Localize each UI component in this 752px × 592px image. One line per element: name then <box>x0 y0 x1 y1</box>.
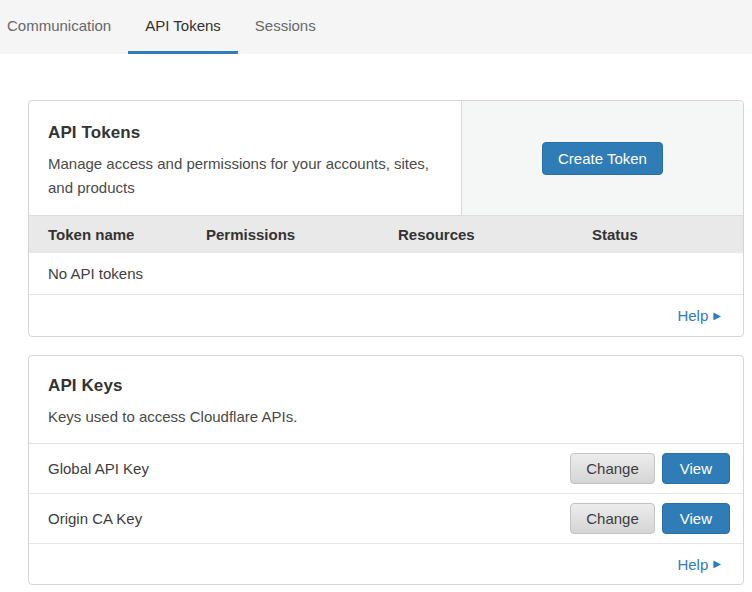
key-name-label: Origin CA Key <box>48 510 570 527</box>
api-keys-card-header: API Keys Keys used to access Cloudflare … <box>29 356 743 444</box>
column-resources: Resources <box>398 226 592 243</box>
tab-api-tokens[interactable]: API Tokens <box>128 0 238 54</box>
key-row-actions: Change View <box>570 503 730 534</box>
column-token-name: Token name <box>48 226 206 243</box>
key-row-global-api-key: Global API Key Change View <box>29 444 743 494</box>
api-tokens-title: API Tokens <box>48 123 437 143</box>
help-arrow-icon: ▶ <box>713 311 721 321</box>
key-row-origin-ca-key: Origin CA Key Change View <box>29 494 743 544</box>
tab-communication[interactable]: Communication <box>0 0 128 54</box>
api-keys-card: API Keys Keys used to access Cloudflare … <box>28 355 744 585</box>
api-tokens-card: API Tokens Manage access and permissions… <box>28 100 744 337</box>
change-global-api-key-button[interactable]: Change <box>570 453 655 484</box>
api-tokens-description: Manage access and permissions for your a… <box>48 152 437 200</box>
view-origin-ca-key-button[interactable]: View <box>662 503 730 534</box>
api-keys-card-footer: Help ▶ <box>29 544 743 584</box>
column-status: Status <box>592 226 724 243</box>
tab-sessions[interactable]: Sessions <box>238 0 333 54</box>
api-keys-title: API Keys <box>48 376 724 396</box>
api-keys-help-link[interactable]: Help ▶ <box>677 556 721 573</box>
key-row-actions: Change View <box>570 453 730 484</box>
api-tokens-card-header-text: API Tokens Manage access and permissions… <box>29 101 461 215</box>
help-arrow-icon: ▶ <box>713 559 721 569</box>
column-permissions: Permissions <box>206 226 398 243</box>
change-origin-ca-key-button[interactable]: Change <box>570 503 655 534</box>
help-link-label: Help <box>677 556 708 573</box>
tokens-empty-message: No API tokens <box>48 265 143 282</box>
profile-tabbar: Communication API Tokens Sessions <box>0 0 752 54</box>
tokens-table-header: Token name Permissions Resources Status <box>29 215 743 253</box>
view-global-api-key-button[interactable]: View <box>662 453 730 484</box>
api-keys-description: Keys used to access Cloudflare APIs. <box>48 405 724 429</box>
help-link-label: Help <box>677 307 708 324</box>
api-tokens-help-link[interactable]: Help ▶ <box>677 307 721 324</box>
tokens-empty-row: No API tokens <box>29 253 743 295</box>
key-name-label: Global API Key <box>48 460 570 477</box>
api-tokens-card-header: API Tokens Manage access and permissions… <box>29 101 743 215</box>
api-tokens-card-footer: Help ▶ <box>29 295 743 336</box>
api-tokens-action-panel: Create Token <box>461 101 743 215</box>
create-token-button[interactable]: Create Token <box>542 142 663 175</box>
